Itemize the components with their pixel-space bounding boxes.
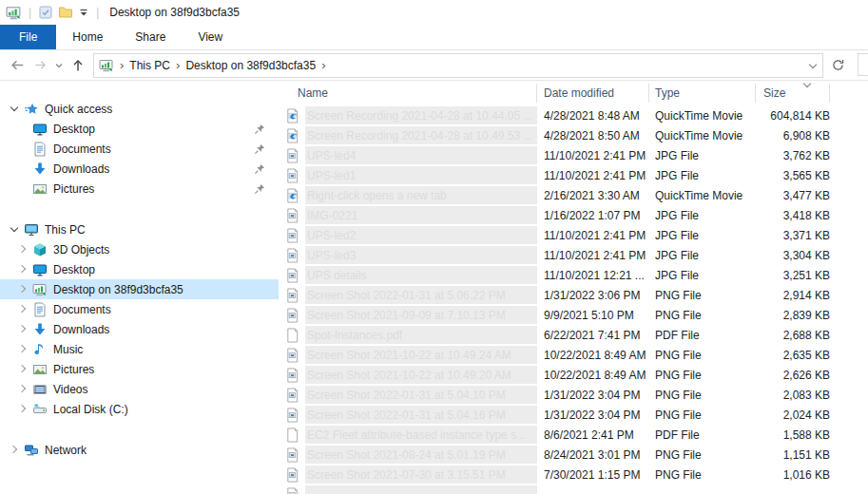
table-row[interactable]: Screen Recording 2021-04-28 at 10.44.05 … (279, 105, 868, 125)
movie-file-icon (285, 128, 299, 143)
file-size: 2,914 KB (756, 289, 830, 302)
file-size: 2,635 KB (756, 349, 830, 362)
file-date: 7/30/2021 1:15 PM (537, 468, 649, 482)
table-row[interactable]: UPS-led211/10/2021 2:41 PMJPG File3,371 … (279, 225, 868, 245)
sidebar-item-downloads[interactable]: Downloads (0, 319, 279, 339)
file-date: 2/16/2021 3:30 AM (537, 189, 649, 202)
nav-dropdown-icon[interactable] (51, 54, 67, 77)
sidebar-item-desktop-on-38f9d3bcfa35[interactable]: Desktop on 38f9d3bcfa35 (0, 279, 279, 299)
sidebar-item-3d-objects[interactable]: 3D Objects (0, 239, 279, 259)
image-file-icon (285, 388, 299, 403)
chevron-expanded-icon[interactable] (8, 222, 23, 238)
sidebar-item-label: Videos (53, 383, 87, 396)
table-row[interactable]: Screen Shot 2021-10-22 at 10.49.24 AM10/… (279, 345, 868, 365)
table-row[interactable]: UPS-led311/10/2021 2:41 PMJPG File3,304 … (279, 245, 868, 265)
pin-icon[interactable] (251, 183, 268, 195)
sidebar-item-documents[interactable]: Documents (0, 299, 279, 319)
search-input[interactable] (858, 53, 868, 76)
app-icon[interactable] (6, 5, 22, 21)
breadcrumb-current-folder[interactable]: Desktop on 38f9d3bcfa35 (185, 59, 316, 72)
chevron-collapsed-icon[interactable] (16, 262, 31, 277)
table-row[interactable]: Screen Shot 2021-10-22 at 10.49.20 AM10/… (279, 365, 868, 385)
sidebar-item-desktop[interactable]: Desktop (0, 119, 279, 139)
table-row[interactable]: EC2 Fleet attribute-based instance type … (279, 425, 868, 445)
chevron-expanded-icon[interactable] (8, 102, 23, 117)
table-row[interactable]: Screen Shot 2022-01-31 at 5.04.16 PM1/31… (279, 405, 868, 425)
sidebar-item-network[interactable]: Network (0, 440, 279, 460)
file-date: 1/31/2022 3:06 PM (537, 289, 649, 302)
table-row[interactable]: Screen Shot 2021-09-09 at 7.10.13 PM9/9/… (279, 305, 868, 325)
breadcrumb-this-pc[interactable]: This PC (129, 59, 170, 72)
chevron-collapsed-icon[interactable] (16, 242, 31, 257)
pin-icon[interactable] (251, 163, 268, 175)
sidebar-item-desktop[interactable]: Desktop (0, 259, 279, 279)
up-icon[interactable] (67, 54, 89, 77)
sidebar-item-documents[interactable]: Documents (0, 139, 279, 159)
image-file-icon (285, 248, 299, 263)
refresh-icon[interactable] (825, 54, 850, 77)
pdf-file-icon (285, 328, 299, 343)
chevron-collapsed-icon[interactable] (16, 282, 31, 297)
chevron-collapsed-icon[interactable] (16, 302, 31, 317)
file-date: 8/6/2021 2:41 PM (537, 428, 649, 442)
new-folder-icon[interactable] (58, 5, 73, 20)
sidebar-item-videos[interactable]: Videos (0, 379, 279, 399)
sidebar-item-quick-access[interactable]: Quick access (0, 99, 279, 119)
list-header: Name Date modified Type Size (279, 81, 868, 105)
chevron-collapsed-icon[interactable] (8, 443, 23, 458)
sidebar-item-this-pc[interactable]: This PC (0, 219, 279, 239)
file-type: JPG File (649, 269, 756, 282)
table-row[interactable]: Screen Recording 2021-04-28 at 10.49.53 … (279, 125, 868, 145)
chevron-collapsed-icon[interactable] (16, 362, 31, 377)
table-row[interactable]: Screen Shot 2022-01-31 at 5.06.22 PM1/31… (279, 285, 868, 305)
rdp-icon (31, 282, 48, 297)
back-icon[interactable] (6, 54, 29, 77)
sidebar-item-pictures[interactable]: Pictures (0, 359, 279, 379)
table-row-partial[interactable] (279, 484, 868, 494)
file-name: EC2 Fleet attribute-based instance type … (305, 426, 537, 444)
file-name: UPS-led4 (305, 146, 537, 164)
chevron-collapsed-icon[interactable] (16, 342, 31, 357)
chevron-collapsed-icon[interactable] (16, 322, 31, 337)
local-disk-icon (31, 402, 48, 417)
sidebar-item-pictures[interactable]: Pictures (0, 179, 279, 199)
file-name: IMG-0221 (305, 206, 537, 224)
tab-home[interactable]: Home (56, 25, 119, 49)
table-row[interactable]: Screen Shot 2022-01-31 at 5.04.10 PM1/31… (279, 385, 868, 405)
file-type: JPG File (649, 249, 756, 262)
table-row[interactable]: UPS-led411/10/2021 2:41 PMJPG File3,762 … (279, 145, 868, 165)
forward-icon[interactable] (29, 54, 51, 77)
table-row[interactable]: UPS-led111/10/2021 2:41 PMJPG File3,565 … (279, 165, 868, 185)
table-row[interactable]: IMG-02211/16/2022 1:07 PMJPG File3,418 K… (279, 205, 868, 225)
file-type: PNG File (649, 389, 756, 402)
properties-icon[interactable] (38, 5, 53, 20)
sidebar-item-music[interactable]: Music (0, 339, 279, 359)
address-box[interactable]: › This PC › Desktop on 38f9d3bcfa35 › (93, 53, 823, 78)
table-row[interactable]: Spot-Instances.pdf6/22/2021 7:41 PMPDF F… (279, 325, 868, 345)
file-size: 2,024 KB (756, 408, 830, 422)
pin-icon[interactable] (251, 143, 268, 155)
sidebar-item-downloads[interactable]: Downloads (0, 159, 279, 179)
column-header-size[interactable]: Size (756, 84, 830, 103)
column-header-name[interactable]: Name (279, 84, 537, 103)
table-row[interactable]: Screen Shot 2021-08-24 at 5.01.19 PM8/24… (279, 445, 868, 465)
chevron-collapsed-icon[interactable] (16, 382, 31, 397)
pictures-icon (31, 362, 48, 377)
desktop-icon (31, 262, 48, 277)
file-name: UPS details (305, 266, 537, 284)
column-header-type[interactable]: Type (649, 84, 756, 103)
qat-dropdown-icon[interactable] (78, 7, 89, 18)
tab-view[interactable]: View (182, 25, 239, 49)
pin-icon[interactable] (251, 124, 268, 135)
table-row[interactable]: UPS details11/10/2021 12:21 ...JPG File3… (279, 265, 868, 285)
sidebar-item-local-disk-c[interactable]: Local Disk (C:) (0, 399, 279, 419)
tab-share[interactable]: Share (119, 25, 182, 49)
tab-file[interactable]: File (0, 25, 56, 49)
file-name: UPS-led2 (305, 226, 537, 244)
chevron-collapsed-icon[interactable] (16, 402, 31, 417)
address-dropdown-icon[interactable] (807, 60, 819, 71)
window-title: Desktop on 38f9d3bcfa35 (109, 6, 240, 19)
table-row[interactable]: Right-click opens a new tab2/16/2021 3:3… (279, 185, 868, 205)
table-row[interactable]: Screen Shot 2021-07-30 at 3.15.51 PM7/30… (279, 465, 868, 484)
column-header-date-modified[interactable]: Date modified (537, 84, 649, 103)
